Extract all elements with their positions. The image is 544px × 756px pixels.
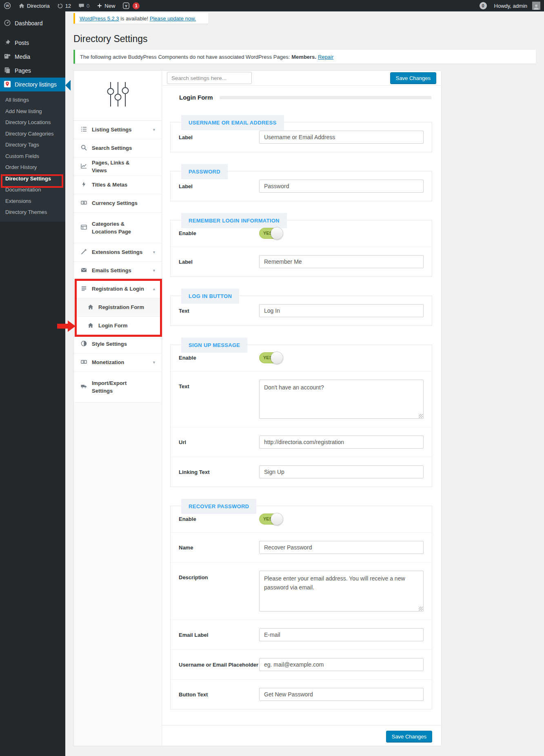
nav-registration-login[interactable]: Registration & Login ▲ [74, 280, 162, 298]
repair-link[interactable]: Repair [318, 54, 333, 60]
toggle-knob [271, 351, 283, 364]
sidebar-item-dashboard[interactable]: Dashboard [0, 16, 65, 30]
svg-text:W: W [6, 4, 9, 8]
content-body: Login Form USERNAME OR EMAIL ADDRESS Lab… [162, 86, 441, 709]
username-label-input[interactable] [259, 131, 424, 144]
field-label: Button Text [179, 688, 259, 699]
submenu-order-history[interactable]: Order History [0, 162, 65, 173]
field-row: Linking Text [171, 457, 432, 487]
map-pin-icon [4, 80, 11, 89]
field-label: Username or Email Placeholder [179, 658, 259, 669]
remember-label-input[interactable] [259, 255, 424, 268]
page-title: Directory Settings [73, 33, 148, 44]
submenu-custom-fields[interactable]: Custom Fields [0, 151, 65, 162]
wordpress-version-link[interactable]: WordPress 5.2.3 [80, 16, 119, 22]
nav-search-settings[interactable]: Search Settings [74, 139, 162, 158]
save-changes-button-bottom[interactable]: Save Changes [386, 731, 432, 743]
recover-name-input[interactable] [259, 541, 424, 554]
yoast-icon: Y [122, 2, 130, 9]
field-label: Enable [179, 352, 259, 362]
comments-count: 0 [87, 3, 89, 9]
new-content-menu[interactable]: New [93, 0, 119, 11]
submenu-directory-themes[interactable]: Directory Themes [0, 207, 65, 218]
update-now-link[interactable]: Please update now. [150, 16, 196, 22]
site-link[interactable]: Directoria [15, 0, 53, 11]
section-login-button: LOG IN BUTTON Text [170, 296, 432, 326]
avatar [532, 2, 540, 10]
recover-placeholder-input[interactable] [259, 658, 424, 671]
password-label-input[interactable] [259, 180, 424, 193]
field-label: Email Label [179, 628, 259, 640]
nav-pages-links-views[interactable]: Pages, Links & Views [74, 158, 162, 176]
submenu-documentation[interactable]: Documentation [0, 184, 65, 196]
contrast-icon [81, 340, 87, 348]
login-button-text-input[interactable] [259, 304, 424, 317]
sidebar-item-media[interactable]: Media [0, 50, 65, 64]
annotation-arrow-shaft [57, 324, 69, 329]
notification-bubble[interactable]: 0 [476, 0, 491, 11]
submenu-directory-categories[interactable]: Directory Categories [0, 128, 65, 140]
resize-grip-icon[interactable] [419, 414, 423, 418]
recover-button-text-input[interactable] [259, 688, 424, 701]
nav-item-label: Registration Form [98, 303, 151, 311]
submenu-extensions[interactable]: Extensions [0, 196, 65, 207]
recover-enable-toggle[interactable]: YES [259, 514, 283, 525]
section-heading: REMEMBER LOGIN INFORMATION [181, 213, 287, 228]
wordpress-logo-icon: W [4, 2, 11, 9]
submenu-directory-tags[interactable]: Directory Tags [0, 139, 65, 151]
submenu-all-listings[interactable]: All listings [0, 94, 65, 106]
remember-enable-toggle[interactable]: YES [259, 228, 283, 239]
sidebar-item-pages[interactable]: Pages [0, 64, 65, 78]
section-username-or-email: USERNAME OR EMAIL ADDRESS Label [170, 122, 432, 152]
nav-emails-settings[interactable]: Emails Settings ▼ [74, 262, 162, 280]
nav-titles-metas[interactable]: Titles & Metas [74, 176, 162, 194]
search-icon [81, 145, 87, 152]
chevron-down-icon: ▼ [152, 250, 156, 254]
sidebar-item-label: Dashboard [15, 20, 43, 27]
updates-indicator[interactable]: 12 [53, 0, 75, 11]
signup-url-input[interactable] [259, 436, 424, 449]
field-row: Email Label [171, 620, 432, 650]
nav-style-settings[interactable]: Style Settings [74, 335, 162, 354]
signup-linking-text-input[interactable] [259, 465, 424, 478]
field-row: Username or Email Placeholder [171, 650, 432, 680]
sidebar-item-directory-listings[interactable]: Directory listings [0, 78, 65, 91]
submenu-add-new-listing[interactable]: Add New listing [0, 106, 65, 117]
home-icon [88, 304, 93, 311]
signup-enable-toggle[interactable]: YES [259, 352, 283, 363]
nav-import-export-settings[interactable]: Import/Export Settings [74, 372, 162, 402]
chevron-down-icon: ▼ [152, 128, 156, 132]
resize-grip-icon[interactable] [419, 607, 423, 611]
settings-content: Save Changes Login Form USERNAME OR EMAI… [162, 71, 441, 746]
comments-indicator[interactable]: 0 [75, 0, 93, 11]
nav-extensions-settings[interactable]: Extensions Settings ▼ [74, 243, 162, 262]
submenu-directory-locations[interactable]: Directory Locations [0, 117, 65, 128]
save-changes-button-top[interactable]: Save Changes [390, 72, 436, 84]
submenu-directory-settings[interactable]: Directory Settings [0, 173, 65, 185]
nav-monetization[interactable]: Monetization ▼ [74, 354, 162, 372]
nav-registration-form[interactable]: Registration Form [74, 298, 162, 317]
nav-listing-settings[interactable]: Listing Settings ▼ [74, 121, 162, 139]
wand-icon [81, 249, 87, 256]
banknote-icon [81, 200, 87, 207]
sidebar-item-posts[interactable]: Posts [0, 36, 65, 50]
nav-categories-locations-page[interactable]: Categories & Locations Page [74, 213, 162, 243]
yoast-menu[interactable]: Y 1 [119, 0, 143, 11]
pushpin-icon [4, 39, 11, 47]
site-name: Directoria [27, 3, 50, 9]
nav-item-label: Emails Settings [92, 267, 145, 275]
signup-text-textarea[interactable]: Don't have an account? [259, 380, 424, 419]
recover-description-textarea[interactable]: Please enter your email address. You wil… [259, 571, 424, 611]
field-label: Label [179, 255, 259, 267]
notice-text: The following active BuddyPress Componen… [80, 54, 290, 60]
nav-item-label: Extensions Settings [92, 248, 145, 256]
nav-login-form[interactable]: Login Form [74, 317, 162, 335]
nav-item-label: Style Settings [92, 340, 145, 348]
account-menu[interactable]: Howdy, admin [491, 0, 544, 11]
media-icon [4, 53, 11, 61]
wordpress-menu[interactable]: W [0, 0, 15, 11]
recover-email-label-input[interactable] [259, 628, 424, 641]
content-footer: Save Changes [162, 725, 441, 746]
nav-currency-settings[interactable]: Currency Settings [74, 194, 162, 213]
search-input[interactable] [167, 72, 252, 84]
